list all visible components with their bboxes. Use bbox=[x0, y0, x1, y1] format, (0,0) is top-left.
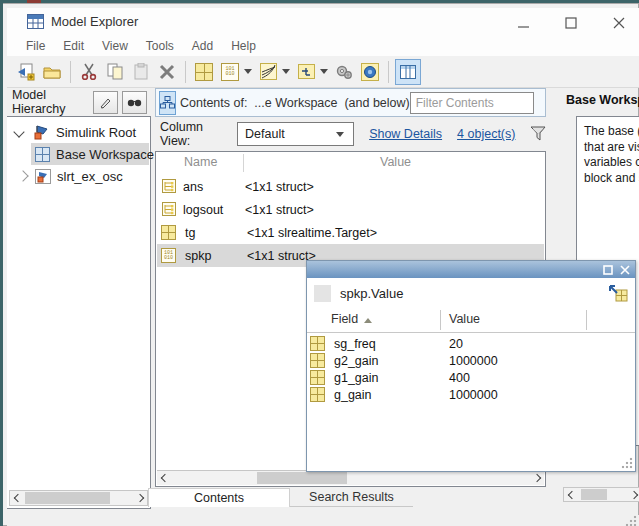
scroll-right-button[interactable] bbox=[626, 488, 639, 501]
tree-item-slrt-ex-osc[interactable]: slrt_ex_osc bbox=[7, 165, 150, 187]
delete-button[interactable] bbox=[155, 60, 179, 84]
model-hierarchy-tree: Simulink Root Base Workspace slrt_ex_osc bbox=[7, 116, 151, 509]
show-details-link[interactable]: Show Details bbox=[369, 127, 442, 141]
tab-contents[interactable]: Contents bbox=[148, 488, 290, 507]
table-header: Name Value bbox=[156, 152, 545, 174]
menu-view[interactable]: View bbox=[93, 37, 137, 55]
scroll-right-button[interactable] bbox=[132, 491, 147, 505]
scrollbar-thumb[interactable] bbox=[25, 492, 110, 504]
scrollbar-track[interactable] bbox=[172, 471, 529, 485]
signal-curves-icon bbox=[260, 63, 277, 80]
contents-horizontal-scrollbar[interactable] bbox=[157, 470, 544, 485]
edit-button[interactable] bbox=[93, 91, 118, 114]
window-resize-grip[interactable] bbox=[625, 515, 637, 526]
field-name: g_gain bbox=[334, 388, 449, 402]
menu-add[interactable]: Add bbox=[183, 37, 222, 55]
scroll-right-button[interactable] bbox=[529, 471, 544, 485]
paste-button[interactable] bbox=[129, 60, 153, 84]
model-explorer-icon bbox=[27, 14, 44, 29]
maximize-button[interactable] bbox=[556, 12, 586, 34]
table-row-logsout[interactable]: logsout <1x1 struct> bbox=[157, 198, 544, 221]
filter-contents-input[interactable] bbox=[410, 92, 534, 114]
filter-funnel-icon[interactable] bbox=[529, 125, 546, 144]
copy-icon bbox=[107, 63, 124, 80]
glasses-icon bbox=[127, 98, 142, 107]
tree-horizontal-scrollbar[interactable] bbox=[9, 490, 148, 506]
row-value: <1x1 struct> bbox=[245, 203, 314, 217]
value-maximize-button[interactable] bbox=[601, 263, 615, 276]
struct-icon bbox=[162, 179, 176, 193]
select-dropdown-arrow bbox=[336, 132, 344, 137]
add-variable-button[interactable] bbox=[192, 60, 216, 84]
grid-field-icon bbox=[310, 336, 325, 351]
minimize-button[interactable] bbox=[508, 12, 538, 34]
open-folder-button[interactable] bbox=[40, 60, 64, 84]
field-column-header[interactable]: Field bbox=[331, 312, 372, 326]
add-data-dropdown-arrow[interactable] bbox=[244, 69, 252, 74]
cut-icon bbox=[81, 63, 97, 80]
add-data-button[interactable]: 101010 bbox=[218, 60, 242, 84]
value-window-title: spkp.Value bbox=[340, 286, 608, 301]
scrollbar-thumb[interactable] bbox=[257, 472, 347, 484]
collapse-chevron-icon[interactable] bbox=[13, 126, 24, 137]
column-view-select[interactable]: Default bbox=[237, 122, 354, 146]
tab-search-results[interactable]: Search Results bbox=[290, 488, 413, 507]
title-bar[interactable]: Model Explorer bbox=[7, 8, 639, 35]
cut-button[interactable] bbox=[77, 60, 101, 84]
scroll-left-button[interactable] bbox=[10, 491, 25, 505]
value-close-button[interactable] bbox=[618, 263, 632, 276]
menu-file[interactable]: File bbox=[17, 37, 54, 55]
close-button[interactable] bbox=[604, 12, 634, 34]
value-window-titlebar[interactable] bbox=[307, 261, 635, 278]
column-divider[interactable] bbox=[243, 154, 244, 172]
grid-variable-icon bbox=[161, 225, 176, 240]
new-model-button[interactable] bbox=[14, 60, 38, 84]
column-divider[interactable] bbox=[586, 310, 587, 330]
tree-item-base-workspace[interactable]: Base Workspace bbox=[7, 143, 150, 165]
expand-chevron-icon[interactable] bbox=[17, 170, 28, 181]
scrollbar-thumb[interactable] bbox=[581, 489, 607, 500]
row-value: <1x1 struct> bbox=[245, 180, 314, 194]
value-row-g1-gain[interactable]: g1_gain 400 bbox=[307, 369, 635, 386]
scrollbar-track[interactable] bbox=[579, 488, 626, 501]
tree-item-label: slrt_ex_osc bbox=[57, 169, 123, 184]
open-in-explorer-icon[interactable] bbox=[608, 284, 628, 302]
add-block-button[interactable] bbox=[294, 60, 318, 84]
value-row-g-gain[interactable]: g_gain 1000000 bbox=[307, 386, 635, 403]
add-block-dropdown-arrow[interactable] bbox=[320, 69, 328, 74]
table-row-ans[interactable]: ans <1x1 struct> bbox=[157, 175, 544, 198]
column-header-name[interactable]: Name bbox=[184, 155, 217, 169]
toolbar-separator bbox=[185, 61, 186, 83]
toolbar-separator bbox=[70, 61, 71, 83]
column-view-button[interactable] bbox=[395, 59, 421, 85]
scroll-left-button[interactable] bbox=[157, 471, 172, 485]
grid-variable-icon bbox=[195, 63, 213, 81]
menu-edit[interactable]: Edit bbox=[54, 37, 93, 55]
object-count-link[interactable]: 4 object(s) bbox=[457, 127, 515, 141]
row-name: logsout bbox=[183, 203, 245, 217]
settings-button[interactable] bbox=[332, 60, 356, 84]
add-signal-button[interactable] bbox=[256, 60, 280, 84]
value-window-resize-grip[interactable] bbox=[621, 457, 633, 469]
tree-item-simulink-root[interactable]: Simulink Root bbox=[7, 121, 150, 143]
tab-label: Search Results bbox=[309, 490, 394, 504]
open-folder-icon bbox=[43, 64, 61, 79]
add-signal-dropdown-arrow[interactable] bbox=[282, 69, 290, 74]
column-header-value[interactable]: Value bbox=[380, 155, 411, 169]
column-divider[interactable] bbox=[440, 310, 441, 330]
copy-button[interactable] bbox=[103, 60, 127, 84]
table-row-tg[interactable]: tg <1x1 slrealtime.Target> bbox=[157, 221, 544, 244]
value-row-g2-gain[interactable]: g2_gain 1000000 bbox=[307, 352, 635, 369]
column-view-label: Column View: bbox=[160, 120, 227, 148]
detail-horizontal-scrollbar[interactable] bbox=[563, 487, 639, 502]
view-options-button[interactable] bbox=[122, 91, 147, 114]
contents-scope-button[interactable] bbox=[159, 91, 176, 115]
value-row-sg-freq[interactable]: sg_freq 20 bbox=[307, 335, 635, 352]
value-column-header[interactable]: Value bbox=[449, 312, 480, 326]
engine-button[interactable] bbox=[358, 60, 382, 84]
scroll-left-button[interactable] bbox=[564, 488, 579, 501]
menu-help[interactable]: Help bbox=[222, 37, 265, 55]
menu-tools[interactable]: Tools bbox=[137, 37, 183, 55]
scrollbar-track[interactable] bbox=[25, 491, 132, 505]
field-value: 1000000 bbox=[449, 388, 498, 402]
